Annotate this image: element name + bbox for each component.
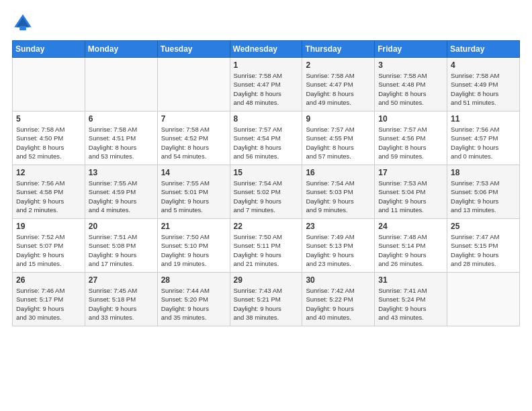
calendar-cell [447,273,520,326]
day-number: 11 [451,114,516,124]
calendar-cell: 29Sunrise: 7:43 AM Sunset: 5:21 PM Dayli… [230,273,302,326]
calendar-cell: 31Sunrise: 7:41 AM Sunset: 5:24 PM Dayli… [375,273,447,326]
day-info: Sunrise: 7:58 AM Sunset: 4:47 PM Dayligh… [234,71,299,107]
day-info: Sunrise: 7:48 AM Sunset: 5:14 PM Dayligh… [378,232,443,268]
weekday-header-row: SundayMondayTuesdayWednesdayThursdayFrid… [13,41,520,58]
day-info: Sunrise: 7:53 AM Sunset: 5:04 PM Dayligh… [378,179,443,214]
calendar-cell [85,58,157,111]
calendar-cell: 9Sunrise: 7:57 AM Sunset: 4:55 PM Daylig… [302,111,375,165]
day-info: Sunrise: 7:47 AM Sunset: 5:15 PM Dayligh… [451,232,516,268]
calendar-cell: 18Sunrise: 7:53 AM Sunset: 5:06 PM Dayli… [447,165,520,219]
calendar-cell: 6Sunrise: 7:58 AM Sunset: 4:51 PM Daylig… [85,111,157,165]
day-info: Sunrise: 7:46 AM Sunset: 5:17 PM Dayligh… [16,286,81,322]
day-info: Sunrise: 7:56 AM Sunset: 4:58 PM Dayligh… [16,179,81,214]
day-number: 30 [306,275,371,285]
calendar-cell: 7Sunrise: 7:58 AM Sunset: 4:52 PM Daylig… [157,111,230,165]
day-info: Sunrise: 7:54 AM Sunset: 5:02 PM Dayligh… [234,179,299,214]
calendar-cell: 26Sunrise: 7:46 AM Sunset: 5:17 PM Dayli… [13,273,85,326]
day-number: 15 [234,168,299,177]
weekday-header-monday: Monday [85,41,157,58]
day-number: 20 [89,222,154,231]
day-number: 1 [234,60,299,70]
day-info: Sunrise: 7:49 AM Sunset: 5:13 PM Dayligh… [306,232,371,268]
calendar-cell: 19Sunrise: 7:52 AM Sunset: 5:07 PM Dayli… [13,219,85,273]
day-info: Sunrise: 7:41 AM Sunset: 5:24 PM Dayligh… [378,286,443,322]
calendar-cell: 20Sunrise: 7:51 AM Sunset: 5:08 PM Dayli… [85,219,157,273]
calendar-cell: 10Sunrise: 7:57 AM Sunset: 4:56 PM Dayli… [375,111,447,165]
calendar-cell: 30Sunrise: 7:42 AM Sunset: 5:22 PM Dayli… [302,273,375,326]
day-number: 23 [306,222,371,231]
day-info: Sunrise: 7:58 AM Sunset: 4:51 PM Dayligh… [89,125,154,161]
calendar-cell: 22Sunrise: 7:50 AM Sunset: 5:11 PM Dayli… [230,219,302,273]
day-number: 14 [161,168,226,177]
calendar-cell: 2Sunrise: 7:58 AM Sunset: 4:47 PM Daylig… [302,58,375,111]
day-info: Sunrise: 7:56 AM Sunset: 4:57 PM Dayligh… [451,125,516,161]
day-info: Sunrise: 7:53 AM Sunset: 5:06 PM Dayligh… [451,179,516,214]
calendar-cell: 14Sunrise: 7:55 AM Sunset: 5:01 PM Dayli… [157,165,230,219]
weekday-header-saturday: Saturday [447,41,520,58]
day-info: Sunrise: 7:55 AM Sunset: 5:01 PM Dayligh… [161,179,226,214]
day-info: Sunrise: 7:54 AM Sunset: 5:03 PM Dayligh… [306,179,371,214]
day-info: Sunrise: 7:57 AM Sunset: 4:56 PM Dayligh… [378,125,443,161]
calendar-cell: 28Sunrise: 7:44 AM Sunset: 5:20 PM Dayli… [157,273,230,326]
calendar-cell [13,58,85,111]
week-row-2: 5Sunrise: 7:58 AM Sunset: 4:50 PM Daylig… [13,111,520,165]
day-info: Sunrise: 7:57 AM Sunset: 4:54 PM Dayligh… [234,125,299,161]
calendar-cell: 25Sunrise: 7:47 AM Sunset: 5:15 PM Dayli… [447,219,520,273]
day-number: 10 [378,114,443,124]
day-number: 19 [16,222,81,231]
day-number: 7 [161,114,226,124]
day-info: Sunrise: 7:50 AM Sunset: 5:10 PM Dayligh… [161,232,226,268]
logo-icon [12,12,34,34]
day-number: 13 [89,168,154,177]
page: SundayMondayTuesdayWednesdayThursdayFrid… [0,0,532,411]
day-info: Sunrise: 7:43 AM Sunset: 5:21 PM Dayligh… [234,286,299,322]
calendar-cell: 12Sunrise: 7:56 AM Sunset: 4:58 PM Dayli… [13,165,85,219]
day-info: Sunrise: 7:58 AM Sunset: 4:49 PM Dayligh… [451,71,516,107]
calendar-cell: 21Sunrise: 7:50 AM Sunset: 5:10 PM Dayli… [157,219,230,273]
day-info: Sunrise: 7:55 AM Sunset: 4:59 PM Dayligh… [89,179,154,214]
week-row-4: 19Sunrise: 7:52 AM Sunset: 5:07 PM Dayli… [13,219,520,273]
day-number: 4 [451,60,516,70]
day-number: 26 [16,275,81,285]
weekday-header-thursday: Thursday [302,41,375,58]
day-number: 21 [161,222,226,231]
weekday-header-wednesday: Wednesday [230,41,302,58]
day-number: 17 [378,168,443,177]
week-row-3: 12Sunrise: 7:56 AM Sunset: 4:58 PM Dayli… [13,165,520,219]
calendar-table: SundayMondayTuesdayWednesdayThursdayFrid… [12,40,520,326]
calendar-cell: 16Sunrise: 7:54 AM Sunset: 5:03 PM Dayli… [302,165,375,219]
calendar-cell: 11Sunrise: 7:56 AM Sunset: 4:57 PM Dayli… [447,111,520,165]
day-number: 25 [451,222,516,231]
day-info: Sunrise: 7:58 AM Sunset: 4:48 PM Dayligh… [378,71,443,107]
day-number: 27 [89,275,154,285]
day-number: 29 [234,275,299,285]
weekday-header-tuesday: Tuesday [157,41,230,58]
day-number: 31 [378,275,443,285]
calendar-cell: 27Sunrise: 7:45 AM Sunset: 5:18 PM Dayli… [85,273,157,326]
day-number: 5 [16,114,81,124]
weekday-header-sunday: Sunday [13,41,85,58]
day-number: 24 [378,222,443,231]
calendar-cell: 3Sunrise: 7:58 AM Sunset: 4:48 PM Daylig… [375,58,447,111]
day-info: Sunrise: 7:58 AM Sunset: 4:52 PM Dayligh… [161,125,226,161]
day-info: Sunrise: 7:58 AM Sunset: 4:50 PM Dayligh… [16,125,81,161]
calendar-cell: 23Sunrise: 7:49 AM Sunset: 5:13 PM Dayli… [302,219,375,273]
day-info: Sunrise: 7:58 AM Sunset: 4:47 PM Dayligh… [306,71,371,107]
day-number: 28 [161,275,226,285]
week-row-1: 1Sunrise: 7:58 AM Sunset: 4:47 PM Daylig… [13,58,520,111]
calendar-cell: 4Sunrise: 7:58 AM Sunset: 4:49 PM Daylig… [447,58,520,111]
day-info: Sunrise: 7:45 AM Sunset: 5:18 PM Dayligh… [89,286,154,322]
header [12,12,520,34]
day-info: Sunrise: 7:42 AM Sunset: 5:22 PM Dayligh… [306,286,371,322]
day-number: 3 [378,60,443,70]
calendar-cell: 15Sunrise: 7:54 AM Sunset: 5:02 PM Dayli… [230,165,302,219]
calendar-cell: 8Sunrise: 7:57 AM Sunset: 4:54 PM Daylig… [230,111,302,165]
day-number: 2 [306,60,371,70]
day-number: 9 [306,114,371,124]
day-info: Sunrise: 7:52 AM Sunset: 5:07 PM Dayligh… [16,232,81,268]
day-info: Sunrise: 7:44 AM Sunset: 5:20 PM Dayligh… [161,286,226,322]
calendar-cell: 5Sunrise: 7:58 AM Sunset: 4:50 PM Daylig… [13,111,85,165]
day-number: 22 [234,222,299,231]
day-number: 12 [16,168,81,177]
